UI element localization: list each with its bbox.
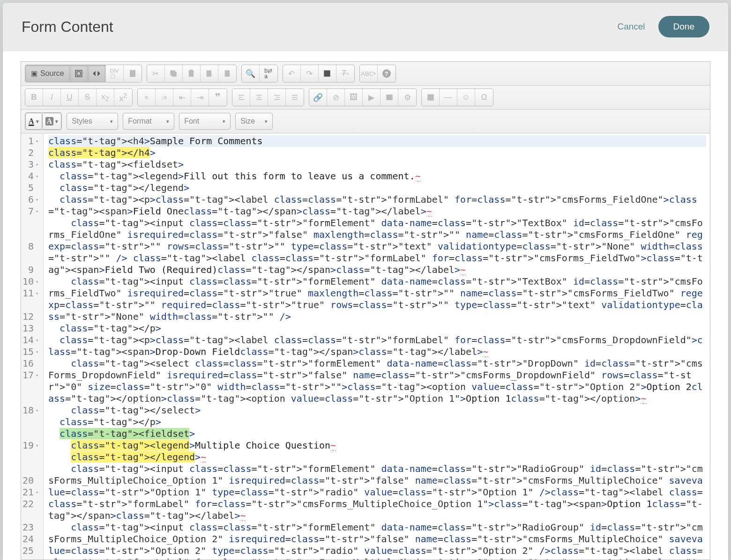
chevron-down-icon: ▾ bbox=[55, 118, 58, 125]
chevron-down-icon: ▾ bbox=[110, 118, 113, 125]
copy-icon bbox=[169, 69, 178, 78]
table-button[interactable] bbox=[380, 89, 398, 106]
paste-word-button[interactable]: W bbox=[218, 65, 236, 82]
bold-button[interactable]: B bbox=[25, 89, 43, 106]
blockquote-button[interactable]: ❞ bbox=[209, 89, 227, 106]
iframe-button[interactable]: ⚙ bbox=[398, 89, 416, 106]
underline-button[interactable]: U bbox=[61, 89, 79, 106]
omega-icon: Ω bbox=[481, 93, 487, 102]
newpage-icon bbox=[128, 69, 137, 78]
paste-text-icon: T bbox=[205, 69, 213, 78]
cut-icon: ✂ bbox=[152, 69, 159, 79]
align-center-button[interactable] bbox=[250, 89, 268, 106]
styles-dropdown[interactable]: Styles▾ bbox=[67, 113, 118, 130]
paste-icon bbox=[187, 69, 195, 78]
bullist-icon: ⁝≡ bbox=[162, 94, 167, 101]
remove-format-icon: T bbox=[342, 69, 346, 78]
svg-rect-1 bbox=[77, 72, 81, 75]
select-all-button[interactable] bbox=[319, 65, 336, 82]
link-icon: 🔗 bbox=[313, 93, 323, 103]
code-content[interactable]: class="t-tag"><h4>Sample Form Commentscl… bbox=[44, 133, 710, 560]
redo-button[interactable]: ↷ bbox=[301, 65, 319, 82]
copy-button[interactable] bbox=[165, 65, 183, 82]
indent-button[interactable]: ⇥ bbox=[191, 89, 209, 106]
chevron-down-icon: ▾ bbox=[265, 118, 268, 125]
remove-format-button[interactable]: T× bbox=[336, 65, 354, 82]
toolbar-row-3: A ▾ A ▾ Styles▾ Format▾ Font▾ Size▾ bbox=[21, 110, 710, 133]
find-icon: 🔍 bbox=[246, 69, 255, 79]
size-dropdown[interactable]: Size▾ bbox=[235, 113, 273, 130]
show-blocks-button[interactable]: DIV▢ bbox=[106, 65, 124, 82]
done-button[interactable]: Done bbox=[658, 16, 709, 37]
specialchar-button[interactable]: Ω bbox=[475, 89, 493, 106]
indent-icon: ⇥ bbox=[197, 93, 203, 103]
subscript-button[interactable]: x2 bbox=[97, 89, 114, 106]
source-icon: ▣ bbox=[31, 69, 37, 78]
find-button[interactable]: 🔍 bbox=[242, 65, 260, 82]
page-title: Form Content bbox=[22, 18, 113, 36]
replace-button[interactable]: b⇄a bbox=[260, 65, 277, 82]
spellcheck-button[interactable]: ABC▾ bbox=[360, 65, 378, 82]
subscript-icon: x2 bbox=[101, 92, 109, 103]
about-button[interactable]: ? bbox=[378, 65, 395, 82]
toolbar-row-1: ▣ Source DIV▢ ✂ T W bbox=[21, 62, 710, 86]
svg-text:T: T bbox=[208, 72, 210, 76]
italic-button[interactable]: I bbox=[43, 89, 61, 106]
templates-button[interactable] bbox=[70, 65, 88, 82]
image-button[interactable]: 🖼 bbox=[345, 89, 363, 106]
text-color-dropdown[interactable]: A ▾ bbox=[25, 113, 42, 130]
svg-rect-29 bbox=[428, 95, 433, 100]
svg-rect-6 bbox=[190, 70, 193, 72]
outdent-icon: ⇤ bbox=[179, 93, 186, 103]
aligncenter-icon bbox=[255, 93, 263, 102]
bold-icon: B bbox=[31, 93, 37, 102]
align-left-button[interactable] bbox=[232, 89, 250, 106]
smiley-icon: ☺ bbox=[462, 93, 470, 102]
cancel-button[interactable]: Cancel bbox=[617, 22, 645, 32]
flash-icon: ▶ bbox=[368, 93, 374, 103]
code-editor[interactable]: 1▾23▾4▾56▾7▾8910▾11▾121314▾15▾1617▾18▾19… bbox=[21, 133, 710, 560]
selectall-icon bbox=[323, 69, 331, 78]
cut-button[interactable]: ✂ bbox=[147, 65, 165, 82]
paste-button[interactable] bbox=[183, 65, 201, 82]
numlist-button[interactable]: ≡ bbox=[138, 89, 156, 106]
justify-icon bbox=[291, 93, 299, 102]
undo-icon: ↶ bbox=[288, 69, 295, 79]
source-button[interactable]: ▣ Source bbox=[25, 65, 70, 82]
outdent-button[interactable]: ⇤ bbox=[173, 89, 191, 106]
strike-button[interactable]: S bbox=[79, 89, 97, 106]
justify-button[interactable] bbox=[286, 89, 304, 106]
image-icon: 🖼 bbox=[350, 93, 358, 102]
bg-color-dropdown[interactable]: A ▾ bbox=[42, 113, 62, 130]
editor-container: ▣ Source DIV▢ ✂ T W bbox=[21, 61, 710, 560]
numlist-icon: ≡ bbox=[145, 94, 149, 101]
font-dropdown[interactable]: Font▾ bbox=[179, 113, 231, 130]
redo-icon: ↷ bbox=[306, 69, 313, 79]
table-icon bbox=[385, 93, 394, 102]
div-icon: DIV▢ bbox=[110, 68, 119, 79]
paste-text-button[interactable]: T bbox=[201, 65, 218, 82]
source-code-button[interactable] bbox=[88, 65, 106, 82]
superscript-button[interactable]: x2 bbox=[114, 89, 132, 106]
link-button[interactable]: 🔗 bbox=[309, 89, 327, 106]
smiley-button[interactable]: ☺ bbox=[457, 89, 475, 106]
align-right-button[interactable] bbox=[268, 89, 286, 106]
hr-button[interactable]: — bbox=[440, 89, 457, 106]
unlink-icon: ⊘ bbox=[333, 93, 339, 103]
superscript-icon: x2 bbox=[119, 92, 127, 103]
format-dropdown[interactable]: Format▾ bbox=[123, 113, 174, 130]
about-icon: ? bbox=[382, 69, 391, 78]
svg-rect-4 bbox=[171, 71, 175, 75]
undo-button[interactable]: ↶ bbox=[283, 65, 301, 82]
svg-rect-0 bbox=[75, 70, 82, 77]
code-icon bbox=[92, 69, 101, 78]
templates-icon bbox=[75, 69, 83, 78]
chevron-down-icon: ▾ bbox=[36, 118, 39, 125]
flash-button[interactable]: ▶ bbox=[363, 89, 380, 106]
new-page-button[interactable] bbox=[124, 65, 142, 82]
unlink-button[interactable]: ⊘ bbox=[327, 89, 345, 106]
alignleft-icon bbox=[237, 93, 246, 102]
bullist-button[interactable]: ⁝≡ bbox=[156, 89, 173, 106]
strike-icon: S bbox=[85, 93, 90, 102]
insert-table-button[interactable] bbox=[422, 89, 440, 106]
